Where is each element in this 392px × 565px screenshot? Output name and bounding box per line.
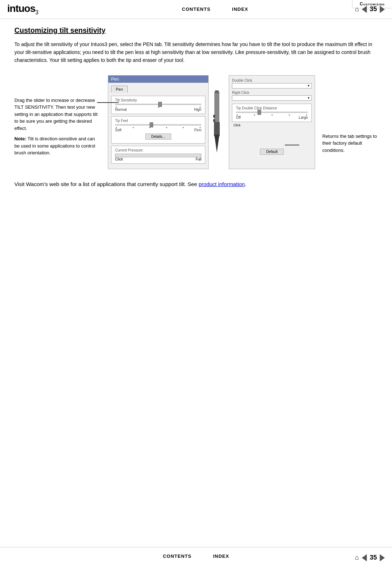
tip-double-click-section: Tip Double Click Distance Off Large	[232, 104, 312, 122]
svg-rect-1	[214, 122, 220, 136]
svg-rect-5	[213, 119, 215, 122]
tilt-normal-label: Normal	[115, 108, 127, 112]
footer: CONTENTS INDEX ⌂ 35	[0, 547, 392, 565]
svg-rect-3	[215, 90, 219, 93]
tip-feel-slider-track[interactable]	[115, 124, 201, 126]
right-click-row: Right Click ▼	[232, 91, 312, 101]
pressure-click-label: Click	[115, 157, 123, 161]
callout-right-text: Returns the tab settings to their factor…	[322, 133, 378, 154]
tip-feel-slider-thumb[interactable]	[150, 122, 153, 127]
tilt-sensitivity-section: Tilt Sensitivity Normal High	[111, 96, 205, 114]
footer-prev-icon[interactable]	[362, 554, 367, 561]
intro-text: To adjust the tilt sensitivity of your I…	[14, 40, 378, 64]
tilt-high-label: High	[194, 108, 201, 112]
pressure-bar	[115, 154, 201, 157]
tip-feel-label: Tip Feel	[115, 119, 201, 123]
index-link[interactable]: INDEX	[232, 6, 248, 12]
footer-home-icon[interactable]: ⌂	[355, 554, 359, 561]
tip-firm-label: Firm	[194, 128, 201, 132]
dialog-right-panel: Double Click ▼ Right Click ▼ Tip Double …	[229, 75, 315, 169]
double-click-row: Double Click ▼	[232, 78, 312, 89]
page-number: 35	[370, 5, 377, 13]
default-button[interactable]: Default	[260, 149, 284, 155]
header-nav: CONTENTS INDEX	[182, 6, 248, 12]
callout-arrow-right	[285, 145, 299, 145]
tilt-slider-track[interactable]	[115, 104, 201, 105]
footer-contents-link[interactable]: CONTENTS	[163, 553, 192, 559]
footer-next-icon[interactable]	[380, 554, 385, 561]
tip-soft-label: Soft	[115, 128, 122, 132]
details-button[interactable]: Details...	[145, 134, 172, 140]
next-page-icon[interactable]	[380, 6, 385, 13]
pressure-full-label: Full	[196, 157, 201, 161]
contents-link[interactable]: CONTENTS	[182, 6, 211, 12]
main-content: Customizing tilt sensitivity To adjust t…	[0, 19, 392, 196]
visit-end: .	[245, 181, 246, 187]
visit-main-text: Visit Wacom's web site for a list of app…	[14, 181, 199, 187]
double-click-label: Double Click	[232, 78, 312, 82]
callout-left: Drag the slider to increase or decrease …	[14, 75, 108, 169]
tip-dbl-labels: Off Large	[236, 116, 308, 119]
footer-right: ⌂ 35	[355, 554, 385, 561]
tilt-slider-thumb[interactable]	[158, 102, 162, 107]
current-pressure-label: Current Pressure:	[115, 148, 201, 152]
prev-page-icon[interactable]	[362, 6, 367, 13]
callout-right: Returns the tab settings to their factor…	[315, 75, 378, 169]
home-icon[interactable]: ⌂	[355, 5, 359, 13]
click-label: Click	[232, 123, 312, 127]
callout-left-main: Drag the slider to increase or decrease …	[14, 97, 101, 132]
footer-index-link[interactable]: INDEX	[213, 553, 229, 559]
current-pressure-section: Current Pressure: Click Full	[111, 146, 205, 164]
pressure-labels: Click Full	[115, 157, 201, 161]
footer-nav: CONTENTS INDEX	[163, 553, 229, 559]
page-title: Customizing tilt sensitivity	[14, 26, 378, 35]
dialog-body: Pen Tilt Sensitivity Normal Hig	[108, 83, 208, 169]
right-click-arrow: ▼	[307, 96, 310, 100]
note-text: Tilt is direction-sensitive and can be u…	[14, 136, 95, 155]
svg-rect-4	[213, 115, 215, 118]
callout-left-note: Note: Tilt is direction-sensitive and ca…	[14, 135, 101, 157]
tip-dbl-slider-track[interactable]	[236, 112, 308, 113]
tilt-slider-labels: Normal High	[115, 108, 201, 112]
note-label: Note:	[14, 136, 26, 141]
svg-marker-2	[214, 135, 219, 153]
tip-off-label: Off	[236, 116, 241, 119]
dialog-titlebar: Pen	[108, 76, 208, 83]
header: intuos3 CONTENTS INDEX ⌂ 35	[0, 0, 392, 19]
double-click-arrow: ▼	[307, 84, 310, 87]
pen-dialog: Pen Pen Tilt Sensitivity	[108, 75, 209, 169]
logo: intuos3	[7, 3, 38, 16]
pen-tab[interactable]: Pen	[111, 86, 128, 93]
tip-feel-labels: Soft Firm	[115, 128, 201, 132]
footer-page-number: 35	[370, 554, 377, 561]
double-click-dropdown[interactable]: ▼	[232, 83, 312, 89]
dialog-title: Pen	[111, 77, 119, 82]
pen-illustration	[209, 75, 225, 169]
diagram-section: Drag the slider to increase or decrease …	[14, 75, 378, 169]
pen-svg	[211, 90, 222, 154]
header-right: ⌂ 35	[355, 5, 385, 13]
tip-double-click-label: Tip Double Click Distance	[236, 106, 308, 110]
tip-feel-section: Tip Feel Soft Firm	[111, 116, 205, 144]
right-click-label: Right Click	[232, 91, 312, 95]
callout-arrow	[97, 102, 119, 103]
visit-text: Visit Wacom's web site for a list of app…	[14, 180, 378, 189]
tip-dbl-slider-thumb[interactable]	[257, 110, 261, 115]
right-click-dropdown[interactable]: ▼	[232, 95, 312, 101]
tip-large-label: Large	[299, 116, 308, 119]
dialog-tabs: Pen	[111, 86, 205, 93]
product-information-link[interactable]: product information	[199, 181, 245, 187]
